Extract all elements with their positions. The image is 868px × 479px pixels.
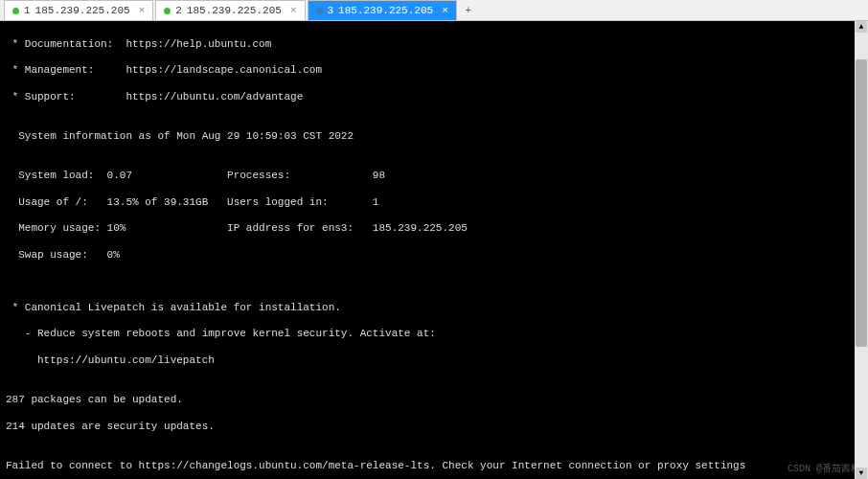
status-dot-icon: [12, 8, 19, 14]
close-icon[interactable]: ×: [290, 5, 297, 16]
tab-index: 1: [24, 5, 31, 16]
close-icon[interactable]: ×: [442, 5, 448, 16]
tab-title: 185.239.225.205: [338, 5, 433, 16]
scroll-down-icon[interactable]: ▼: [856, 468, 867, 479]
motd-line: * Documentation: https://help.ubuntu.com: [6, 38, 862, 52]
tab-1[interactable]: 1 185.239.225.205 ×: [4, 0, 153, 20]
tab-bar: 1 185.239.225.205 × 2 185.239.225.205 × …: [0, 0, 868, 21]
close-icon[interactable]: ×: [139, 5, 146, 16]
sysinfo-row: Usage of /: 13.5% of 39.31GB Users logge…: [6, 196, 862, 210]
terminal[interactable]: * Documentation: https://help.ubuntu.com…: [0, 21, 868, 479]
sysinfo-header: System information as of Mon Aug 29 10:5…: [6, 130, 862, 144]
sysinfo-row: Memory usage: 10% IP address for ens3: 1…: [6, 222, 862, 236]
updates-line: 214 updates are security updates.: [6, 421, 862, 434]
plus-icon: +: [465, 5, 471, 16]
fail-line: Failed to connect to https://changelogs.…: [6, 460, 862, 473]
tab-index: 2: [175, 5, 182, 16]
tab-title: 185.239.225.205: [187, 5, 282, 16]
status-dot-icon: [316, 8, 323, 14]
scroll-thumb[interactable]: [856, 59, 867, 347]
new-tab-button[interactable]: +: [459, 0, 478, 20]
updates-line: 287 packages can be updated.: [6, 394, 862, 407]
tab-index: 3: [328, 5, 334, 16]
livepatch-line: https://ubuntu.com/livepatch: [6, 354, 862, 368]
sysinfo-row: System load: 0.07 Processes: 98: [6, 170, 862, 183]
tab-title: 185.239.225.205: [35, 5, 130, 16]
livepatch-line: * Canonical Livepatch is available for i…: [6, 302, 862, 315]
watermark: CSDN @番茄酱料: [788, 464, 860, 476]
scroll-up-icon[interactable]: ▲: [856, 21, 867, 33]
tab-2[interactable]: 2 185.239.225.205 ×: [155, 0, 305, 20]
livepatch-line: - Reduce system reboots and improve kern…: [6, 328, 862, 341]
scrollbar[interactable]: ▲ ▼: [855, 21, 868, 479]
tab-3-active[interactable]: 3 185.239.225.205 ×: [308, 0, 457, 20]
motd-line: * Management: https://landscape.canonica…: [6, 64, 862, 78]
sysinfo-row: Swap usage: 0%: [6, 249, 862, 262]
motd-line: * Support: https://ubuntu.com/advantage: [6, 91, 862, 104]
status-dot-icon: [164, 8, 171, 14]
